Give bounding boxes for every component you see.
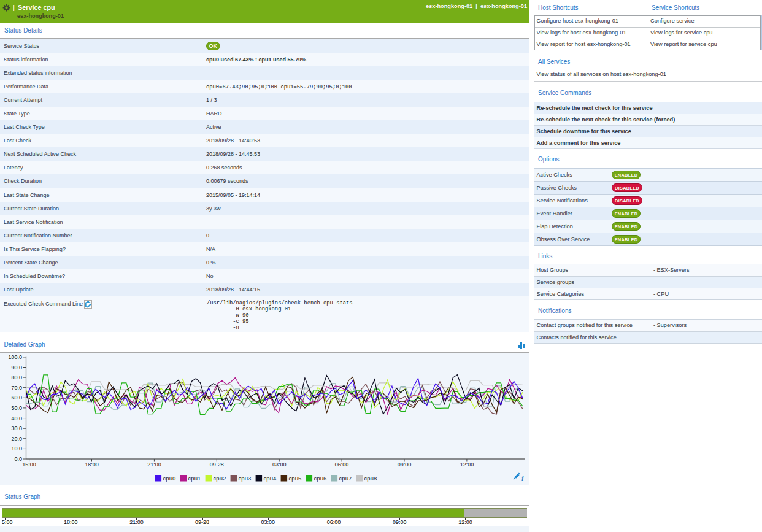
svg-text:cpu5: cpu5 xyxy=(289,475,302,482)
svg-text:18:00: 18:00 xyxy=(85,461,99,468)
svg-text:0.0: 0.0 xyxy=(14,456,22,462)
svg-text:cpu6: cpu6 xyxy=(314,475,327,482)
svg-text:10.0: 10.0 xyxy=(11,445,22,452)
svg-text:cpu8: cpu8 xyxy=(364,475,377,482)
svg-text:21:00: 21:00 xyxy=(147,461,161,468)
svg-text:50.0: 50.0 xyxy=(11,405,22,411)
svg-text:06:00: 06:00 xyxy=(335,461,349,468)
svg-text:cpu0: cpu0 xyxy=(163,475,176,482)
svg-text:03:00: 03:00 xyxy=(272,461,287,468)
svg-text:09-28: 09-28 xyxy=(210,461,224,468)
svg-text:cpu1: cpu1 xyxy=(188,475,201,482)
svg-text:90.0: 90.0 xyxy=(11,364,22,371)
svg-text:20.0: 20.0 xyxy=(11,436,22,442)
svg-text:100.0: 100.0 xyxy=(8,354,22,360)
svg-text:30.0: 30.0 xyxy=(11,425,22,431)
svg-text:i: i xyxy=(521,474,524,483)
svg-text:cpu4: cpu4 xyxy=(264,475,277,482)
svg-text:60.0: 60.0 xyxy=(11,395,22,401)
svg-text:70.0: 70.0 xyxy=(11,385,22,391)
svg-text:80.0: 80.0 xyxy=(11,374,22,380)
svg-text:12:00: 12:00 xyxy=(460,461,474,468)
svg-text:cpu2: cpu2 xyxy=(214,475,226,482)
svg-text:cpu3: cpu3 xyxy=(239,475,252,482)
svg-text:40.0: 40.0 xyxy=(11,415,22,422)
svg-text:15:00: 15:00 xyxy=(22,461,36,468)
svg-text:09:00: 09:00 xyxy=(398,461,412,468)
svg-text:cpu7: cpu7 xyxy=(339,475,352,482)
